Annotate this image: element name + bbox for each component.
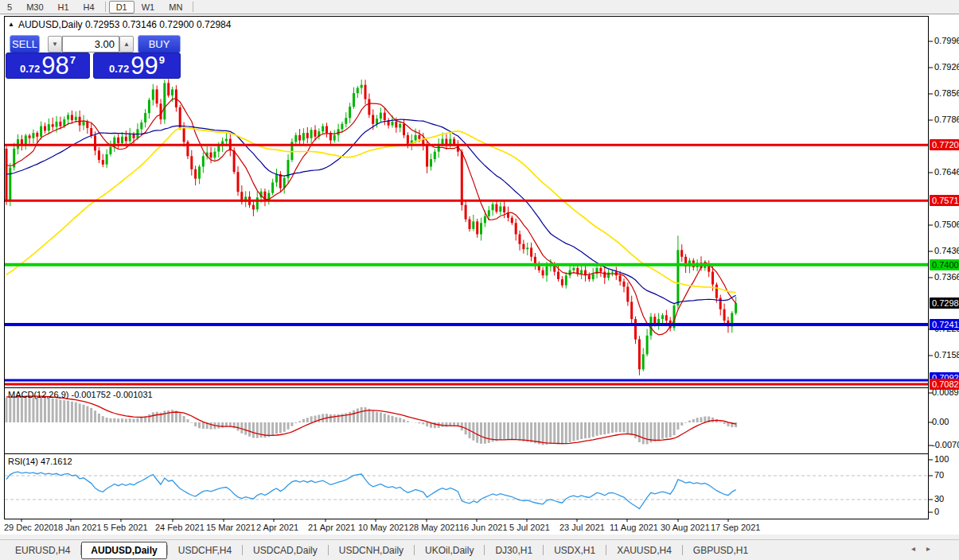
date-axis-label: 5 Feb 2021 [103,523,148,532]
date-axis-label: 23 Jul 2021 [559,523,605,532]
rsi-axis-tick: 0 [934,507,939,516]
sell-price-small: 0.72 [20,63,40,75]
chart-title: ▲AUDUSD,Daily 0.72953 0.73146 0.72900 0.… [8,19,231,30]
macd-axis-tick: -0.00701 [932,440,959,449]
tab-ukoil-daily[interactable]: UKOil,Daily [415,542,484,558]
buy-price-big: 99 [131,54,158,77]
sell-button[interactable]: SELL [10,35,40,53]
tab-xauusd-h4[interactable]: XAUUSD,H4 [606,542,682,558]
sell-price-sup: 7 [70,54,76,66]
buy-price-sup: 9 [159,54,165,66]
price-axis-tick: 0.76460 [934,167,959,177]
price-level-flag: 0.75716 [930,195,959,206]
buy-button[interactable]: BUY [138,35,181,53]
sell-price-box[interactable]: 0.72987 [6,52,90,79]
rsi-axis-tick: 30 [934,494,944,504]
price-axis-tick: 0.75060 [934,220,959,229]
date-axis-label: 11 Aug 2021 [610,523,658,532]
date-axis-label: 10 May 2021 [358,523,409,532]
price-axis-tick: 0.79260 [934,62,959,72]
tab-scroll-arrows[interactable]: ◂▸ [911,544,941,553]
terminal-window: 5M30H1H4D1W1MN 0.799600.792600.785600.77… [0,0,959,560]
price-axis-tick: 0.73660 [934,272,959,282]
rsi-indicator-label: RSI(14) 47.1612 [8,457,72,466]
buy-price-box[interactable]: 0.72999 [93,52,181,79]
date-axis-label: 15 Mar 2021 [206,523,255,532]
price-level-flag: 0.70820 [930,379,959,390]
price-axis-tick: 0.79960 [934,36,959,45]
chart-canvas[interactable] [0,0,959,535]
buy-price-small: 0.72 [109,63,129,75]
tab-audusd-daily[interactable]: AUDUSD,Daily [81,542,166,559]
price-level-flag: 0.72411 [930,319,959,330]
volume-decrease-button[interactable]: ▼ [48,36,62,52]
price-level-flag: 0.74007 [930,259,959,270]
sell-price-big: 98 [41,54,68,77]
date-axis-label: 5 Jul 2021 [509,523,550,532]
rsi-axis-tick: 100 [934,454,949,464]
tab-gbpusd-h1[interactable]: GBPUSD,H1 [683,542,758,558]
chart-tab-bar: EURUSD,H4AUDUSD,DailyUSDCHF,H4USDCAD,Dai… [0,539,959,560]
macd-axis-tick: 0.00 [932,417,949,426]
date-axis-label: 30 Aug 2021 [661,523,710,532]
tab-scroll-left-icon[interactable]: ◂ [911,544,926,553]
macd-indicator-label: MACD(12,26,9) -0.001752 -0.001031 [8,390,153,399]
date-axis-label: 21 Apr 2021 [308,523,355,532]
price-axis-tick: 0.77860 [934,115,959,124]
chart-title-text: AUDUSD,Daily 0.72953 0.73146 0.72900 0.7… [18,19,232,30]
price-level-flag: 0.72984 [930,298,959,309]
collapse-panel-icon[interactable]: ▲ [8,21,14,28]
tab-usdcad-daily[interactable]: USDCAD,Daily [243,542,328,558]
tab-usdx-h1[interactable]: USDX,H1 [544,542,606,558]
price-axis-tick: 0.78560 [934,88,959,98]
date-axis-label: 2 Apr 2021 [256,523,298,532]
date-axis-label: 29 Dec 2020 [4,523,53,532]
volume-increase-button[interactable]: ▲ [119,36,134,52]
date-axis-label: 17 Sep 2021 [711,523,760,532]
date-axis-label: 16 Jun 2021 [459,523,508,532]
tab-usdchf-h4[interactable]: USDCHF,H4 [168,542,242,558]
price-axis-tick: 0.74360 [934,246,959,255]
price-axis-tick: 0.71580 [934,350,959,360]
price-level-flag: 0.77200 [930,139,959,150]
date-axis-label: 18 Jan 2021 [53,523,102,532]
tab-scroll-right-icon[interactable]: ▸ [926,544,941,553]
date-axis-label: 24 Feb 2021 [155,523,205,532]
tab-usdcnh-daily[interactable]: USDCNH,Daily [329,542,414,558]
tab-dj30-h1[interactable]: DJ30,H1 [485,542,543,558]
rsi-axis-tick: 70 [934,470,944,480]
volume-input[interactable]: 3.00 [62,36,119,52]
tab-eurusd-h4[interactable]: EURUSD,H4 [5,542,80,558]
date-axis-label: 28 May 2021 [409,523,460,532]
